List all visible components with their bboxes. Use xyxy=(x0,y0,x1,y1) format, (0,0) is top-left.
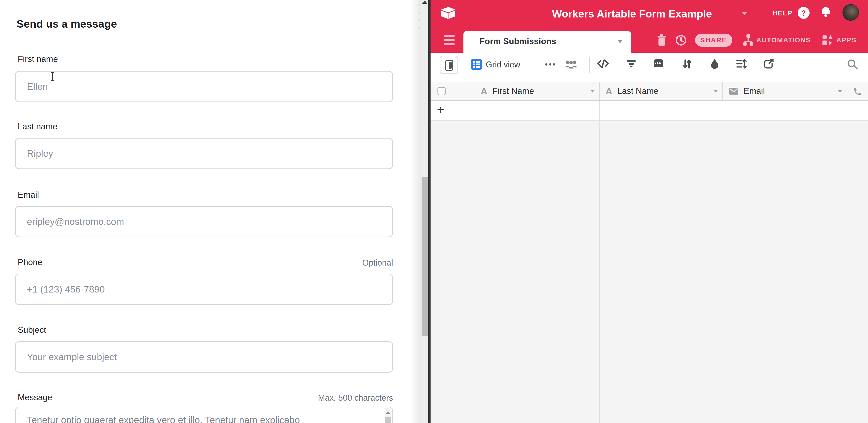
scroll-gutter xyxy=(410,0,421,423)
toolbar-divider xyxy=(589,57,590,73)
apps-button[interactable]: APPS xyxy=(822,34,857,46)
email-label: Email xyxy=(18,190,39,200)
group-icon[interactable] xyxy=(653,59,666,71)
contact-form-pane: Send us a message First name Last name E… xyxy=(0,0,410,423)
toggle-view-sidebar-button[interactable] xyxy=(440,56,458,74)
phone-icon xyxy=(853,87,863,95)
color-fill-icon[interactable] xyxy=(709,59,722,71)
sort-icon[interactable] xyxy=(682,59,694,71)
question-mark-glyph: ? xyxy=(801,8,806,18)
phone-field[interactable] xyxy=(15,274,393,305)
column-header-last-name[interactable]: A Last Name xyxy=(599,82,723,100)
column-header-first-name[interactable]: A First Name xyxy=(431,82,599,100)
automations-icon xyxy=(743,34,753,46)
subject-label: Subject xyxy=(18,325,46,335)
column-label: Email xyxy=(744,86,765,96)
first-name-label: First name xyxy=(18,54,58,64)
column-header-phone[interactable]: Phone xyxy=(847,82,868,100)
avatar[interactable] xyxy=(842,4,859,21)
filter-icon[interactable] xyxy=(626,59,639,71)
airtable-logo-icon[interactable] xyxy=(440,6,456,20)
column-divider xyxy=(599,100,599,423)
scroll-up-arrow-icon[interactable] xyxy=(386,411,390,414)
row-height-icon[interactable] xyxy=(736,59,749,71)
collaborators-icon[interactable] xyxy=(565,60,577,69)
add-record-icon[interactable]: + xyxy=(437,102,444,117)
text-field-icon: A xyxy=(481,86,487,96)
column-label: Last Name xyxy=(617,86,658,96)
email-icon xyxy=(729,87,739,95)
menu-icon[interactable] xyxy=(444,35,455,46)
field-label-row: First name xyxy=(15,54,393,65)
email-field[interactable] xyxy=(15,206,393,237)
chevron-down-icon xyxy=(618,40,622,43)
add-row[interactable]: + xyxy=(431,100,868,121)
automations-label: AUTOMATIONS xyxy=(756,36,811,44)
history-icon[interactable] xyxy=(675,34,687,46)
chevron-down-icon[interactable] xyxy=(590,90,594,92)
page-scrollbar-thumb[interactable] xyxy=(422,177,428,336)
text-cursor-icon xyxy=(52,72,53,81)
field-label-row: Phone Optional xyxy=(15,258,393,268)
select-all-checkbox[interactable] xyxy=(437,87,446,95)
message-text: Tenetur optio quaerat expedita vero et i… xyxy=(27,415,379,423)
share-label: SHARE xyxy=(700,36,727,44)
page: Send us a message First name Last name E… xyxy=(0,0,868,423)
hide-fields-icon[interactable] xyxy=(597,59,610,71)
view-name[interactable]: Grid view xyxy=(486,60,520,69)
airtable-pane: Workers Airtable Form Example HELP ? For… xyxy=(431,0,868,423)
field-label-row: Last name xyxy=(15,122,393,132)
automations-button[interactable]: AUTOMATIONS xyxy=(743,34,811,46)
last-name-input[interactable] xyxy=(15,138,393,169)
message-label: Message xyxy=(18,393,52,402)
help-button[interactable]: HELP xyxy=(772,9,793,17)
chevron-down-icon xyxy=(742,12,747,15)
sidebar-icon xyxy=(445,60,453,71)
last-name-label: Last name xyxy=(18,122,58,131)
view-toolbar: Grid view xyxy=(431,53,868,82)
column-label: First Name xyxy=(492,86,534,96)
message-textarea[interactable]: Tenetur optio quaerat expedita vero et i… xyxy=(15,407,393,423)
window-divider xyxy=(428,0,431,423)
share-view-icon[interactable] xyxy=(764,59,776,71)
table-tab-label: Form Submissions xyxy=(479,37,556,46)
phone-label: Phone xyxy=(18,258,42,267)
column-header-email[interactable]: Email xyxy=(723,82,847,100)
textarea-scrollbar[interactable] xyxy=(384,408,392,423)
apps-icon xyxy=(822,34,834,46)
page-scrollbar[interactable] xyxy=(421,0,428,423)
chevron-down-icon[interactable] xyxy=(714,90,718,92)
notifications-bell-icon[interactable] xyxy=(820,6,831,19)
grid-header-row: A First Name A Last Name Email xyxy=(431,82,868,100)
search-icon[interactable] xyxy=(847,59,860,71)
grid-view-icon[interactable] xyxy=(471,59,482,70)
base-title[interactable]: Workers Airtable Form Example xyxy=(552,8,712,20)
field-label-row: Email xyxy=(15,190,393,201)
scroll-up-arrow-icon[interactable] xyxy=(422,0,427,4)
more-options-icon[interactable] xyxy=(545,63,557,66)
field-label-row: Subject xyxy=(15,325,393,336)
field-label-row: Message Max. 500 characters xyxy=(15,393,393,403)
subject-field[interactable] xyxy=(15,341,393,372)
optional-note: Optional xyxy=(362,258,393,268)
max-characters-note: Max. 500 characters xyxy=(318,393,393,403)
chevron-down-icon[interactable] xyxy=(838,90,842,92)
tab-form-submissions[interactable]: Form Submissions xyxy=(463,31,631,53)
share-button[interactable]: SHARE xyxy=(695,34,732,47)
trash-icon[interactable] xyxy=(656,34,667,46)
textarea-scrollbar-thumb[interactable] xyxy=(385,417,391,423)
grid-empty-area xyxy=(431,121,868,423)
help-circle-icon[interactable]: ? xyxy=(798,7,810,19)
text-field-icon: A xyxy=(606,86,612,96)
first-name-input[interactable] xyxy=(15,71,393,102)
apps-label: APPS xyxy=(836,36,857,44)
form-heading: Send us a message xyxy=(17,18,117,30)
